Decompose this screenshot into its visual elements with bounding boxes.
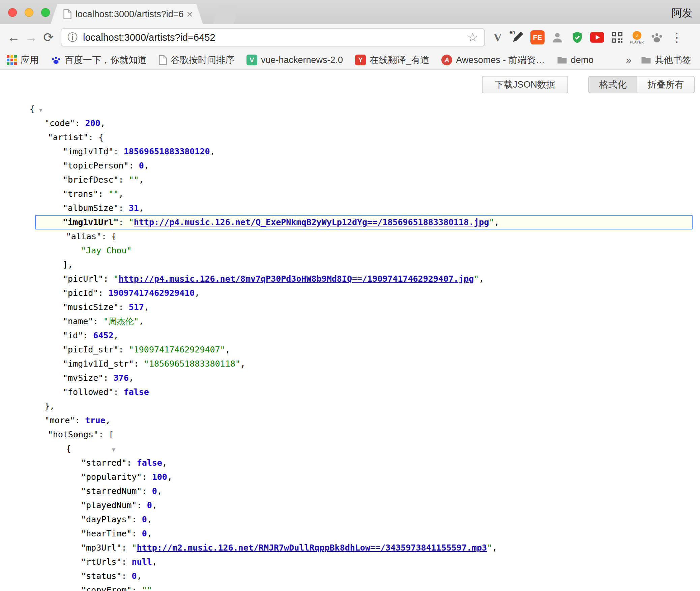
tab-close-icon[interactable]: × xyxy=(186,8,193,21)
json-line: "id": 6452, xyxy=(0,329,700,343)
json-number-value: 0 xyxy=(147,500,152,510)
json-key: "picId_str" xyxy=(63,345,119,354)
shield-extension-icon[interactable] xyxy=(568,29,586,46)
json-punctuation: , xyxy=(147,529,152,538)
json-number-value: 18569651883380120 xyxy=(124,147,210,156)
json-punctuation: : xyxy=(103,373,113,383)
paw-extension-icon[interactable] xyxy=(648,29,666,46)
json-punctuation: : xyxy=(119,217,129,227)
json-line: ▼{ xyxy=(0,102,700,116)
collapse-all-button[interactable]: 折叠所有 xyxy=(637,76,695,93)
folder-icon xyxy=(557,56,567,64)
bookmark-star-icon[interactable]: ☆ xyxy=(467,30,478,44)
json-key: "rtUrls" xyxy=(81,557,121,567)
json-punctuation: , xyxy=(139,175,144,185)
json-line: ], xyxy=(0,258,700,272)
url-text[interactable]: localhost:3000/artists?id=6452 xyxy=(83,32,467,43)
json-key: "id" xyxy=(63,331,83,340)
json-line: "name": "周杰伦", xyxy=(0,314,700,329)
bookmark-awesomes[interactable]: A Awesomes - 前端资… xyxy=(441,54,545,66)
minimize-window-button[interactable] xyxy=(25,8,33,17)
json-string-value: "18569651883380118" xyxy=(144,359,240,369)
json-punctuation: : xyxy=(88,132,98,142)
qrcode-extension-icon[interactable] xyxy=(608,29,626,46)
back-button[interactable]: ← xyxy=(5,28,22,47)
json-key: "mp3Url" xyxy=(81,543,121,553)
json-punctuation: { xyxy=(66,444,71,454)
json-line: "rtUrls": null, xyxy=(0,555,700,569)
json-punctuation: : xyxy=(119,302,129,312)
bookmark-google-sort[interactable]: 谷歌按时间排序 xyxy=(159,54,234,66)
json-key: "mvSize" xyxy=(63,373,103,383)
json-line: "img1v1Url": "http://p4.music.126.net/Q_… xyxy=(0,215,700,229)
player-extension-icon[interactable]: ♪ PLAYER xyxy=(628,29,646,46)
json-line: "followed": false xyxy=(0,385,700,399)
json-line: "starredNum": 0, xyxy=(0,484,700,498)
json-key: "copyFrom" xyxy=(81,585,132,591)
address-bar[interactable]: ⓘ localhost:3000/artists?id=6452 ☆ xyxy=(61,28,485,46)
json-key: "albumSize" xyxy=(63,203,119,213)
json-line: ▼"alias": [ xyxy=(0,229,700,244)
bookmark-baidu[interactable]: 百度一下，你就知道 xyxy=(51,54,147,66)
json-punctuation: : xyxy=(101,231,112,241)
json-punctuation: : xyxy=(98,288,108,298)
json-punctuation: [ xyxy=(112,231,117,241)
json-punctuation: : xyxy=(114,387,124,397)
json-punctuation: : xyxy=(119,345,129,354)
bookmark-vue-hackernews[interactable]: V vue-hackernews-2.0 xyxy=(246,55,343,65)
json-url-link[interactable]: http://p4.music.126.net/8mv7qP30Pd3oHW8b… xyxy=(119,274,474,284)
json-key: "img1v1Url" xyxy=(63,217,119,227)
bookmark-youdao-translate[interactable]: Y 在线翻译_有道 xyxy=(355,54,429,66)
format-button[interactable]: 格式化 xyxy=(588,76,637,93)
new-tab-button[interactable] xyxy=(213,5,239,24)
json-number-value: 19097417462929410 xyxy=(108,288,195,298)
json-key: "starredNum" xyxy=(81,486,142,496)
reload-button[interactable]: ⟳ xyxy=(40,28,57,47)
json-punctuation: , xyxy=(139,203,144,213)
fe-extension-icon[interactable]: FE xyxy=(529,29,546,46)
json-punctuation: [ xyxy=(109,430,114,439)
json-punctuation: , xyxy=(210,147,215,156)
json-punctuation: , xyxy=(157,486,162,496)
bookmarks-overflow-icon[interactable]: » xyxy=(626,54,632,66)
json-line: "img1v1Id": 18569651883380120, xyxy=(0,145,700,159)
profile-name[interactable]: 阿发 xyxy=(672,6,693,20)
json-url-link[interactable]: http://p4.music.126.net/Q_ExePNkmqB2yWyL… xyxy=(134,217,489,227)
json-number-value: 31 xyxy=(129,203,139,213)
collapse-arrow-icon[interactable]: ▼ xyxy=(39,107,42,113)
json-number-value: 517 xyxy=(129,302,144,312)
vimium-extension-icon[interactable]: V xyxy=(489,29,506,46)
close-window-button[interactable] xyxy=(8,8,17,17)
json-punctuation: , xyxy=(479,274,484,284)
json-url-link[interactable]: http://m2.music.126.net/RMJR7wDullRqppBk… xyxy=(137,543,487,553)
youtube-extension-icon[interactable] xyxy=(588,29,606,46)
json-key: "musicSize" xyxy=(63,302,119,312)
person-extension-icon[interactable] xyxy=(549,29,566,46)
collapse-arrow-icon[interactable]: ▼ xyxy=(112,446,115,453)
browser-tab[interactable]: localhost:3000/artists?id=645 × xyxy=(51,4,203,24)
browser-toolbar: ← → ⟳ ⓘ localhost:3000/artists?id=6452 ☆… xyxy=(0,24,700,51)
json-line: "playedNum": 0, xyxy=(0,498,700,512)
site-info-icon[interactable]: ⓘ xyxy=(67,31,78,44)
translate-pen-icon[interactable]: en xyxy=(509,29,526,46)
chrome-menu-icon[interactable]: ⋮ xyxy=(666,30,688,45)
json-line: ▼"hotSongs": [ xyxy=(0,428,700,442)
json-punctuation: , xyxy=(144,161,149,170)
json-punctuation: : xyxy=(103,274,113,284)
other-bookmarks-folder[interactable]: 其他书签 xyxy=(641,54,691,66)
json-punctuation: , xyxy=(152,557,157,567)
json-punctuation: : xyxy=(137,500,147,510)
json-string-quote: " xyxy=(114,274,119,284)
folder-icon xyxy=(641,56,651,64)
bookmark-apps[interactable]: 应用 xyxy=(7,54,39,66)
json-punctuation: , xyxy=(152,585,157,591)
json-string-value: "Jay Chou" xyxy=(81,246,132,255)
page-icon xyxy=(159,55,167,65)
json-key: "img1v1Id" xyxy=(63,147,114,156)
download-json-button[interactable]: 下载JSON数据 xyxy=(482,76,568,93)
json-key: "topicPerson" xyxy=(63,161,129,170)
bookmark-demo-folder[interactable]: demo xyxy=(557,55,594,65)
zoom-window-button[interactable] xyxy=(41,8,50,17)
json-line: "mp3Url": "http://m2.music.126.net/RMJR7… xyxy=(0,541,700,555)
json-punctuation: , xyxy=(195,288,200,298)
